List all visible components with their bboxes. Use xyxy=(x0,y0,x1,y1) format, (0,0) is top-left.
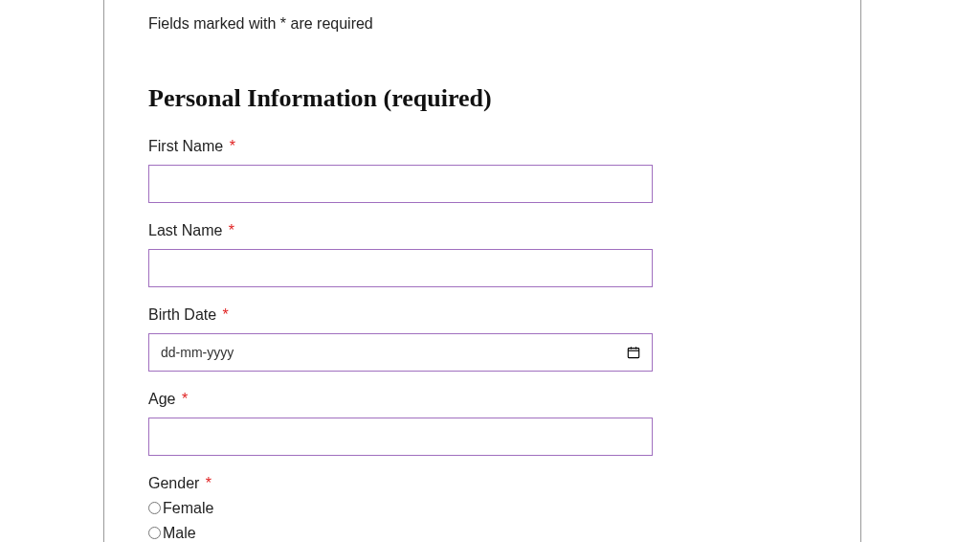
gender-field: Gender * Female Male Other xyxy=(148,475,816,542)
required-fields-note: Fields marked with * are required xyxy=(148,15,816,33)
last-name-field: Last Name * xyxy=(148,222,816,287)
birth-date-field: Birth Date * dd-mm-yyyy xyxy=(148,306,816,372)
first-name-label: First Name * xyxy=(148,138,816,155)
birth-date-placeholder: dd-mm-yyyy xyxy=(161,345,627,360)
birth-date-label-text: Birth Date xyxy=(148,306,216,323)
last-name-input[interactable] xyxy=(148,249,653,287)
svg-rect-0 xyxy=(628,349,638,358)
birth-date-label: Birth Date * xyxy=(148,306,816,324)
age-field: Age * xyxy=(148,391,816,456)
gender-label: Gender * xyxy=(148,475,816,492)
required-asterisk: * xyxy=(182,391,188,407)
birth-date-input[interactable]: dd-mm-yyyy xyxy=(148,333,653,372)
first-name-label-text: First Name xyxy=(148,138,223,154)
last-name-label: Last Name * xyxy=(148,222,816,239)
gender-option-label: Male xyxy=(163,521,196,542)
required-asterisk: * xyxy=(230,138,235,154)
calendar-icon xyxy=(627,346,640,359)
first-name-input[interactable] xyxy=(148,165,653,203)
age-label: Age * xyxy=(148,391,816,408)
gender-radio-male[interactable] xyxy=(148,527,161,539)
required-asterisk: * xyxy=(229,222,234,238)
form-container: Fields marked with * are required Person… xyxy=(103,0,861,542)
age-input[interactable] xyxy=(148,418,653,456)
first-name-field: First Name * xyxy=(148,138,816,203)
gender-option-label: Female xyxy=(163,496,213,521)
gender-option-male: Male xyxy=(148,521,816,542)
gender-radio-female[interactable] xyxy=(148,502,161,514)
required-asterisk: * xyxy=(206,475,212,491)
gender-option-female: Female xyxy=(148,496,816,521)
section-title: Personal Information (required) xyxy=(148,84,816,113)
gender-radio-group: Female Male Other xyxy=(148,496,816,542)
gender-label-text: Gender xyxy=(148,475,199,491)
age-label-text: Age xyxy=(148,391,175,407)
last-name-label-text: Last Name xyxy=(148,222,222,238)
required-asterisk: * xyxy=(223,306,229,323)
